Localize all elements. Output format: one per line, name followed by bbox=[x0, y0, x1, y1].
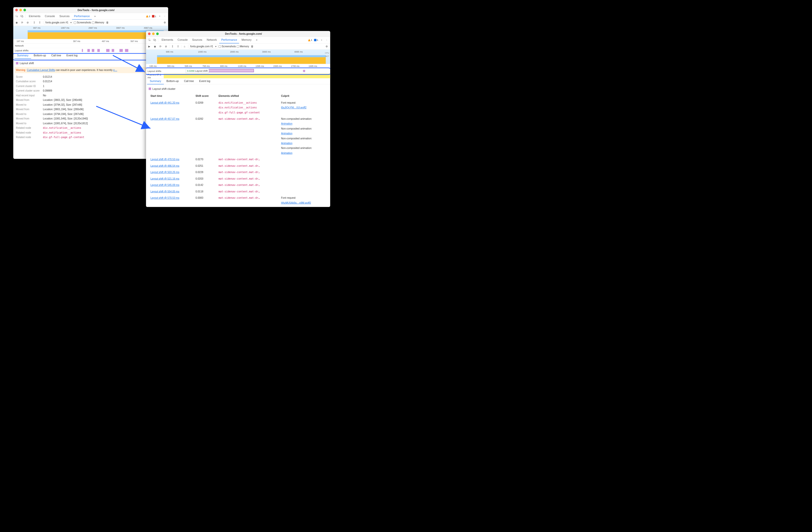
device-toggle-icon[interactable] bbox=[152, 38, 157, 42]
kebab-icon[interactable]: ⋮ bbox=[324, 38, 329, 42]
upload-icon[interactable]: ↥ bbox=[32, 20, 37, 25]
kebab-icon[interactable]: ⋮ bbox=[162, 14, 167, 18]
memory-checkbox[interactable]: Memory bbox=[92, 21, 104, 24]
device-toggle-icon[interactable] bbox=[19, 14, 24, 18]
toggle-icon[interactable]: ▶ bbox=[147, 44, 151, 48]
related-node-link[interactable]: div.notification__actions bbox=[43, 126, 81, 130]
warnings-badge[interactable]: 2 bbox=[146, 15, 150, 18]
subtab-summary[interactable]: Summary bbox=[147, 78, 164, 84]
close-icon[interactable] bbox=[15, 9, 18, 11]
minimize-icon[interactable] bbox=[19, 9, 22, 11]
devtools-window-old: DevTools - fonts.google.com/ Elements Co… bbox=[13, 7, 168, 159]
svg-rect-5 bbox=[155, 40, 156, 41]
element-link[interactable]: mat-sidenav-content.mat-dr… bbox=[218, 157, 278, 162]
upload-icon[interactable]: ↥ bbox=[170, 44, 175, 48]
tab-network[interactable]: Network bbox=[205, 37, 219, 43]
reload-icon[interactable]: ⟳ bbox=[20, 20, 24, 25]
element-link[interactable]: mat-sidenav-content.mat-dr… bbox=[218, 195, 278, 200]
related-node-link[interactable]: div.gf-full-page.gf-content bbox=[43, 135, 85, 139]
culprit-link[interactable]: Animation bbox=[281, 122, 292, 125]
tab-sources[interactable]: Sources bbox=[190, 37, 204, 43]
frames-track[interactable]: Frames 67.1 ms bbox=[146, 74, 330, 78]
subtab-bottomup[interactable]: Bottom-up bbox=[31, 53, 49, 59]
info-badge[interactable]: 1 bbox=[314, 39, 318, 41]
zoom-icon[interactable] bbox=[24, 9, 26, 11]
reload-icon[interactable]: ⟳ bbox=[158, 44, 163, 48]
tab-performance[interactable]: Performance bbox=[219, 37, 239, 43]
settings-icon[interactable]: ⚙ bbox=[162, 20, 167, 25]
shift-link[interactable]: Layout shift @ 486.54 ms bbox=[150, 164, 179, 167]
element-link[interactable]: mat-sidenav-content.mat-dr… bbox=[218, 176, 278, 181]
culprit-link[interactable]: Animation bbox=[281, 142, 292, 145]
shift-link[interactable]: Layout shift @ 570.53 ms bbox=[150, 196, 179, 199]
subtab-summary[interactable]: Summary bbox=[14, 53, 31, 59]
tab-elements[interactable]: Elements bbox=[160, 37, 175, 43]
screenshots-checkbox[interactable]: Screenshots bbox=[74, 21, 91, 24]
tab-memory[interactable]: Memory bbox=[240, 37, 253, 43]
clear-icon[interactable]: ⊘ bbox=[164, 44, 168, 48]
element-link[interactable]: mat-sidenav-content.mat-dr… bbox=[218, 170, 278, 174]
recording-select[interactable]: fonts.google.com #1 bbox=[44, 20, 73, 25]
errors-badge[interactable]: 1 bbox=[152, 15, 156, 18]
download-icon[interactable]: ↧ bbox=[38, 20, 42, 25]
element-link[interactable]: mat-sidenav-content.mat-dr… bbox=[218, 183, 278, 187]
home-icon[interactable]: ⌂ bbox=[182, 44, 187, 48]
element-link[interactable]: mat-sidenav-content.mat-dr… bbox=[218, 116, 278, 121]
culprit-link[interactable]: t5sJIQcYNI…IUI.woff2 bbox=[281, 106, 306, 109]
gear-icon[interactable]: ⚙ bbox=[319, 38, 324, 42]
tab-console[interactable]: Console bbox=[43, 13, 57, 19]
minimize-icon[interactable] bbox=[152, 32, 155, 35]
svg-rect-2 bbox=[22, 16, 23, 17]
element-link[interactable]: mat-sidenav-content.mat-dr… bbox=[218, 189, 278, 194]
overview-chart[interactable]: 997 ms 1997 ms 2997 ms 3997 ms 4997 ms bbox=[13, 26, 168, 39]
tab-sources[interactable]: Sources bbox=[57, 13, 71, 19]
cls-link[interactable]: Cumulative Layout Shifts bbox=[27, 69, 55, 71]
memory-checkbox[interactable]: Memory bbox=[237, 45, 249, 48]
inspect-icon[interactable] bbox=[147, 38, 151, 42]
subtab-calltree[interactable]: Call tree bbox=[181, 78, 196, 84]
time-ruler[interactable]: 197 ms 397 ms 497 ms 597 ms bbox=[13, 39, 168, 43]
culprit-link[interactable]: Animation bbox=[281, 132, 292, 135]
tab-console[interactable]: Console bbox=[175, 37, 190, 43]
related-node-link[interactable]: div.notification__actions bbox=[43, 130, 81, 135]
element-link[interactable]: div.notification__actions bbox=[218, 100, 278, 105]
inspect-icon[interactable] bbox=[14, 14, 19, 18]
subtab-bottomup[interactable]: Bottom-up bbox=[164, 78, 182, 84]
zoom-icon[interactable] bbox=[156, 32, 159, 35]
subtab-eventlog[interactable]: Event log bbox=[64, 53, 80, 59]
tab-more[interactable]: » bbox=[92, 13, 98, 19]
tab-performance[interactable]: Performance bbox=[72, 13, 92, 19]
shift-link[interactable]: Layout shift @ 521.16 ms bbox=[150, 177, 179, 180]
tab-more[interactable]: » bbox=[254, 37, 259, 43]
shift-link[interactable]: Layout shift @ 503.26 ms bbox=[150, 171, 179, 173]
tab-elements[interactable]: Elements bbox=[27, 13, 43, 19]
screenshots-checkbox[interactable]: Screenshots bbox=[219, 45, 236, 48]
time-ruler[interactable]: 195 ms 395 ms 595 ms 795 ms 995 ms 1195 … bbox=[146, 64, 330, 68]
shift-link[interactable]: Layout shift @ 470.53 ms bbox=[150, 158, 179, 161]
arrow-1 bbox=[112, 52, 149, 76]
gc-icon[interactable]: 🗑 bbox=[105, 20, 110, 25]
subtab-eventlog[interactable]: Event log bbox=[197, 78, 213, 84]
shift-link[interactable]: Layout shift @ 545.09 ms bbox=[150, 184, 179, 186]
element-link[interactable]: div.gf-full-page.gf-content bbox=[218, 110, 278, 115]
gear-icon[interactable]: ⚙ bbox=[157, 14, 162, 18]
recording-select[interactable]: fonts.google.com #1 bbox=[189, 44, 218, 48]
network-track[interactable]: Network bbox=[13, 43, 168, 48]
settings-icon[interactable]: ⚙ bbox=[324, 44, 329, 48]
download-icon[interactable]: ↧ bbox=[176, 44, 180, 48]
close-icon[interactable] bbox=[148, 32, 150, 35]
culprit-link[interactable]: HhzMU5Ak9u…p9M.woff2 bbox=[281, 201, 311, 204]
shift-link[interactable]: Layout shift @ 554.05 ms bbox=[150, 190, 179, 193]
main-tabs: Elements Console Sources Performance » 2… bbox=[13, 13, 168, 19]
element-link[interactable]: div.notification__actions bbox=[218, 105, 278, 110]
overview-chart[interactable]: 995 ms 1995 ms 2995 ms 3995 ms 4995 ms C… bbox=[146, 50, 330, 64]
clear-icon[interactable]: ⊘ bbox=[25, 20, 30, 25]
record-icon[interactable]: ◉ bbox=[153, 44, 157, 48]
warnings-badge[interactable]: 1 bbox=[308, 39, 312, 41]
record-icon[interactable]: ◉ bbox=[14, 20, 19, 25]
element-link[interactable]: mat-sidenav-content.mat-dr… bbox=[218, 163, 278, 168]
gc-icon[interactable]: 🗑 bbox=[250, 44, 255, 48]
culprit-link[interactable]: Animation bbox=[281, 151, 292, 154]
subtab-calltree[interactable]: Call tree bbox=[48, 53, 63, 59]
layout-shifts-track[interactable]: Layout shifts 0.0269 Layout shift bbox=[146, 68, 330, 74]
